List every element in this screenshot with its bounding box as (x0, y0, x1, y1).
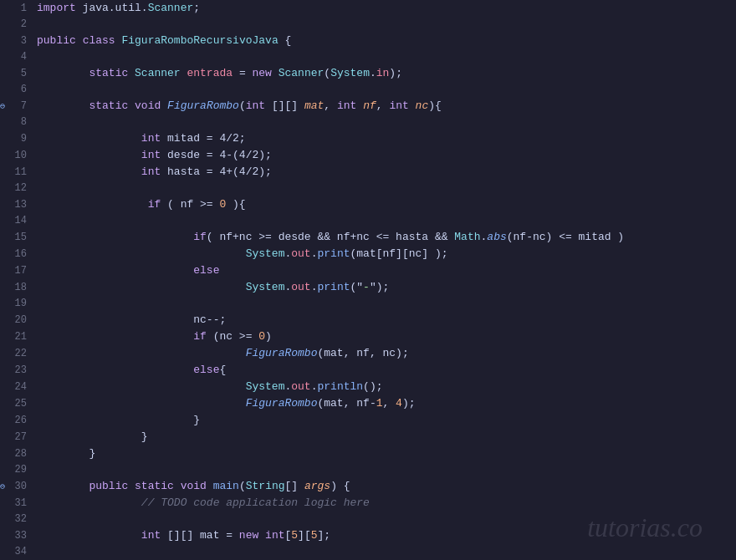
table-row: 9 int mitad = 4/2; (0, 130, 736, 147)
token-plain (161, 99, 167, 112)
token-cls: System (330, 67, 370, 79)
line-content: FiguraRombo(mat, nf-1, 4); (33, 395, 736, 411)
fold-icon[interactable]: ⊖ (0, 479, 5, 495)
token-plain: (mat[nf][nc] ); (350, 247, 448, 260)
table-row: 18 System.out.print("-"); (0, 279, 736, 296)
table-row: 19 (0, 296, 736, 312)
token-kw: static (135, 480, 174, 492)
table-row: 15 if( nf+nc >= desde && nf+nc <= hasta … (0, 229, 736, 246)
line-number: 32 (0, 512, 33, 527)
token-cls: Scanner (135, 67, 181, 79)
token-plain: } (37, 414, 200, 426)
table-row: 10 int desde = 4-(4/2); (0, 147, 736, 164)
token-kw: int (141, 529, 161, 542)
token-kw: public (37, 34, 76, 47)
line-content: } (33, 429, 736, 445)
line-number: 6 (0, 82, 33, 98)
token-plain: (nc >= (207, 330, 258, 343)
token-kw: public (89, 480, 128, 492)
token-plain: (mat, nf- (317, 397, 376, 410)
token-plain: nc--; (37, 313, 226, 326)
token-plain: ){ (226, 198, 245, 211)
fold-icon[interactable]: ⊖ (0, 99, 5, 115)
token-plain: ) { (330, 480, 350, 492)
token-plain: } (37, 430, 148, 443)
token-kw: else (193, 364, 219, 376)
token-comment: // TODO code application logic here (141, 496, 370, 509)
token-plain (37, 247, 246, 260)
line-content: if (nc >= 0) (33, 328, 736, 344)
token-kw: void (135, 99, 161, 112)
table-row: 25 FiguraRombo(mat, nf-1, 4); (0, 395, 736, 412)
token-kw: int (246, 99, 265, 112)
token-plain: , (324, 99, 337, 112)
token-plain: java.util. (76, 2, 148, 14)
token-plain (356, 99, 363, 112)
line-content: import java.util.Scanner; (33, 0, 736, 16)
table-row: 32 (0, 512, 736, 527)
line-content: // TODO code application logic here (33, 495, 736, 511)
token-kw: if (148, 198, 161, 211)
token-plain: ); (402, 397, 416, 410)
line-content: int desde = 4-(4/2); (33, 147, 736, 163)
line-content: System.out.println(); (33, 379, 736, 395)
token-plain: . (370, 67, 376, 79)
token-fn-italic: FiguraRombo (246, 397, 318, 410)
token-plain: ( nf+nc >= desde && nf+nc <= hasta && (207, 231, 454, 243)
line-number: 17 (0, 263, 33, 279)
line-content: nc--; (33, 312, 736, 328)
line-number: 12 (0, 181, 33, 196)
token-plain: [][] mat = (161, 529, 239, 542)
table-row: ⊖30 public static void main(String[] arg… (0, 478, 736, 495)
line-number: 9 (0, 131, 33, 147)
token-plain (37, 380, 246, 393)
table-row: 6 (0, 82, 736, 98)
token-param: nc (416, 99, 429, 112)
token-plain: mitad = 4/2; (161, 132, 245, 145)
token-plain (37, 364, 193, 376)
token-plain: , (376, 99, 390, 112)
token-str: - (363, 281, 370, 293)
token-plain (37, 149, 141, 161)
line-number: 22 (0, 346, 33, 362)
token-method: print (317, 281, 350, 293)
token-plain: (" (350, 281, 364, 293)
table-row: 21 if (nc >= 0) (0, 328, 736, 345)
token-num: 5 (291, 529, 298, 542)
token-num: 5 (311, 529, 318, 542)
table-row: 29 (0, 462, 736, 478)
line-number: 23 (0, 363, 33, 379)
token-fn-italic: FiguraRombo (246, 347, 318, 359)
line-number: 28 (0, 446, 33, 462)
table-row: 3public class FiguraRomboRecursivoJava { (0, 33, 736, 49)
table-row: 28 } (0, 445, 736, 462)
line-content: else{ (33, 362, 736, 378)
token-kw: int (337, 99, 356, 112)
line-number: 25 (0, 396, 33, 412)
token-plain (128, 67, 135, 79)
line-number: 13 (0, 197, 33, 213)
line-number: 18 (0, 280, 33, 296)
line-number: 3 (0, 33, 33, 49)
table-row: 16 System.out.print(mat[nf][nc] ); (0, 246, 736, 262)
token-plain (258, 529, 265, 542)
line-number: 15 (0, 230, 33, 246)
line-number: 21 (0, 329, 33, 345)
token-plain (272, 67, 279, 79)
token-plain: [][] (265, 99, 304, 112)
line-content: int [][] mat = new int[5][5]; (33, 527, 736, 543)
line-number: 20 (0, 313, 33, 328)
token-cls: Math (454, 231, 480, 243)
token-plain: ( (324, 67, 330, 79)
token-plain: { (219, 364, 226, 376)
code-lines: 1import java.util.Scanner;23public class… (0, 0, 736, 560)
token-param: nf (363, 99, 376, 112)
table-row: 11 int hasta = 4+(4/2); (0, 164, 736, 181)
token-param: args (304, 480, 330, 492)
token-num: 1 (376, 397, 383, 410)
line-number: 26 (0, 413, 33, 429)
token-plain (409, 99, 416, 112)
line-content: if ( nf >= 0 ){ (33, 196, 736, 212)
line-number: 4 (0, 49, 33, 65)
token-plain (37, 132, 141, 145)
